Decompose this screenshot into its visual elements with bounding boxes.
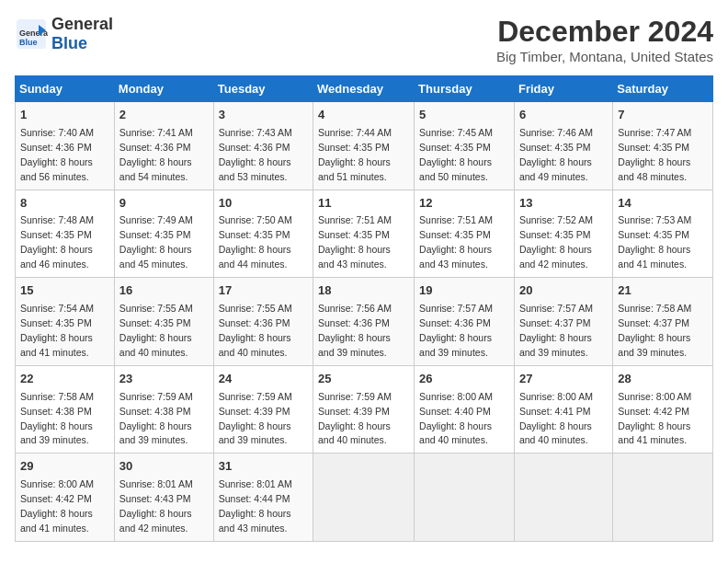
logo-text: General Blue bbox=[51, 15, 113, 53]
calendar-cell: 7Sunrise: 7:47 AMSunset: 4:35 PMDaylight… bbox=[613, 102, 713, 190]
day-detail: Sunrise: 7:58 AMSunset: 4:37 PMDaylight:… bbox=[618, 303, 691, 358]
calendar-body: 1Sunrise: 7:40 AMSunset: 4:36 PMDaylight… bbox=[16, 102, 713, 542]
calendar-week-3: 15Sunrise: 7:54 AMSunset: 4:35 PMDayligh… bbox=[16, 278, 713, 366]
calendar-cell: 12Sunrise: 7:51 AMSunset: 4:35 PMDayligh… bbox=[415, 190, 515, 278]
calendar-cell: 9Sunrise: 7:49 AMSunset: 4:35 PMDaylight… bbox=[114, 190, 213, 278]
day-number: 31 bbox=[219, 458, 308, 476]
calendar-header: SundayMondayTuesdayWednesdayThursdayFrid… bbox=[16, 76, 713, 102]
day-detail: Sunrise: 7:59 AMSunset: 4:39 PMDaylight:… bbox=[318, 391, 392, 446]
calendar-cell: 14Sunrise: 7:53 AMSunset: 4:35 PMDayligh… bbox=[613, 190, 713, 278]
calendar-cell: 27Sunrise: 8:00 AMSunset: 4:41 PMDayligh… bbox=[514, 365, 612, 454]
day-number: 10 bbox=[219, 195, 308, 213]
calendar-week-5: 29Sunrise: 8:00 AMSunset: 4:42 PMDayligh… bbox=[16, 454, 713, 542]
day-detail: Sunrise: 7:51 AMSunset: 4:35 PMDaylight:… bbox=[419, 214, 493, 270]
calendar-cell: 8Sunrise: 7:48 AMSunset: 4:35 PMDaylight… bbox=[16, 190, 115, 278]
day-detail: Sunrise: 8:00 AMSunset: 4:42 PMDaylight:… bbox=[618, 391, 691, 446]
day-number: 13 bbox=[519, 195, 608, 213]
day-detail: Sunrise: 7:57 AMSunset: 4:36 PMDaylight:… bbox=[419, 303, 493, 358]
day-number: 18 bbox=[318, 282, 409, 300]
day-detail: Sunrise: 7:45 AMSunset: 4:35 PMDaylight:… bbox=[419, 127, 493, 182]
day-detail: Sunrise: 8:00 AMSunset: 4:40 PMDaylight:… bbox=[419, 391, 493, 446]
day-number: 19 bbox=[419, 282, 509, 300]
calendar-cell: 1Sunrise: 7:40 AMSunset: 4:36 PMDaylight… bbox=[16, 102, 115, 190]
calendar-cell: 28Sunrise: 8:00 AMSunset: 4:42 PMDayligh… bbox=[613, 365, 713, 454]
day-detail: Sunrise: 7:41 AMSunset: 4:36 PMDaylight:… bbox=[119, 127, 193, 182]
calendar-cell: 16Sunrise: 7:55 AMSunset: 4:35 PMDayligh… bbox=[114, 278, 213, 366]
logo-blue: Blue bbox=[51, 34, 87, 52]
day-detail: Sunrise: 7:51 AMSunset: 4:35 PMDaylight:… bbox=[318, 214, 392, 270]
day-number: 11 bbox=[318, 195, 409, 213]
weekday-header-sunday: Sunday bbox=[16, 76, 115, 102]
calendar-cell: 6Sunrise: 7:46 AMSunset: 4:35 PMDaylight… bbox=[514, 102, 612, 190]
day-number: 27 bbox=[519, 371, 608, 388]
weekday-header-tuesday: Tuesday bbox=[213, 76, 313, 102]
calendar-week-4: 22Sunrise: 7:58 AMSunset: 4:38 PMDayligh… bbox=[16, 365, 713, 454]
weekday-header-saturday: Saturday bbox=[613, 76, 713, 102]
day-detail: Sunrise: 7:54 AMSunset: 4:35 PMDaylight:… bbox=[20, 303, 94, 358]
svg-text:Blue: Blue bbox=[19, 38, 38, 47]
calendar-cell: 26Sunrise: 8:00 AMSunset: 4:40 PMDayligh… bbox=[415, 365, 515, 454]
day-number: 26 bbox=[419, 371, 509, 388]
day-detail: Sunrise: 7:46 AMSunset: 4:35 PMDaylight:… bbox=[519, 127, 593, 182]
day-number: 17 bbox=[219, 282, 308, 300]
day-detail: Sunrise: 8:01 AMSunset: 4:44 PMDaylight:… bbox=[219, 478, 292, 534]
calendar-cell: 3Sunrise: 7:43 AMSunset: 4:36 PMDaylight… bbox=[213, 102, 313, 190]
weekday-row: SundayMondayTuesdayWednesdayThursdayFrid… bbox=[16, 76, 713, 102]
day-number: 14 bbox=[618, 195, 708, 213]
calendar-cell: 10Sunrise: 7:50 AMSunset: 4:35 PMDayligh… bbox=[213, 190, 313, 278]
day-detail: Sunrise: 7:53 AMSunset: 4:35 PMDaylight:… bbox=[618, 214, 691, 270]
weekday-header-thursday: Thursday bbox=[415, 76, 515, 102]
day-number: 2 bbox=[119, 107, 209, 124]
day-number: 20 bbox=[519, 282, 608, 300]
logo-general: General bbox=[51, 15, 113, 33]
day-number: 16 bbox=[119, 282, 209, 300]
calendar-cell: 17Sunrise: 7:55 AMSunset: 4:36 PMDayligh… bbox=[213, 278, 313, 366]
day-number: 7 bbox=[618, 107, 708, 124]
day-number: 6 bbox=[519, 107, 608, 124]
calendar-week-1: 1Sunrise: 7:40 AMSunset: 4:36 PMDaylight… bbox=[16, 102, 713, 190]
day-number: 28 bbox=[618, 371, 708, 388]
calendar-week-2: 8Sunrise: 7:48 AMSunset: 4:35 PMDaylight… bbox=[16, 190, 713, 278]
calendar-cell: 30Sunrise: 8:01 AMSunset: 4:43 PMDayligh… bbox=[114, 454, 213, 542]
calendar-cell bbox=[313, 454, 415, 542]
day-detail: Sunrise: 7:59 AMSunset: 4:38 PMDaylight:… bbox=[119, 391, 193, 446]
calendar-cell: 25Sunrise: 7:59 AMSunset: 4:39 PMDayligh… bbox=[313, 365, 415, 454]
calendar-table: SundayMondayTuesdayWednesdayThursdayFrid… bbox=[15, 75, 713, 542]
calendar-cell bbox=[613, 454, 713, 542]
calendar-cell: 4Sunrise: 7:44 AMSunset: 4:35 PMDaylight… bbox=[313, 102, 415, 190]
day-detail: Sunrise: 7:40 AMSunset: 4:36 PMDaylight:… bbox=[20, 127, 94, 182]
day-number: 24 bbox=[219, 371, 308, 388]
day-number: 1 bbox=[20, 107, 109, 124]
page-subtitle: Big Timber, Montana, United States bbox=[496, 49, 713, 64]
day-detail: Sunrise: 7:57 AMSunset: 4:37 PMDaylight:… bbox=[519, 303, 593, 358]
day-detail: Sunrise: 8:00 AMSunset: 4:41 PMDaylight:… bbox=[519, 391, 593, 446]
calendar-cell: 29Sunrise: 8:00 AMSunset: 4:42 PMDayligh… bbox=[16, 454, 115, 542]
day-detail: Sunrise: 7:55 AMSunset: 4:36 PMDaylight:… bbox=[219, 303, 292, 358]
logo: General Blue General Blue bbox=[15, 15, 113, 53]
calendar-cell: 20Sunrise: 7:57 AMSunset: 4:37 PMDayligh… bbox=[514, 278, 612, 366]
calendar-cell: 21Sunrise: 7:58 AMSunset: 4:37 PMDayligh… bbox=[613, 278, 713, 366]
calendar-cell: 23Sunrise: 7:59 AMSunset: 4:38 PMDayligh… bbox=[114, 365, 213, 454]
day-number: 23 bbox=[119, 371, 209, 388]
calendar-cell: 19Sunrise: 7:57 AMSunset: 4:36 PMDayligh… bbox=[415, 278, 515, 366]
day-number: 3 bbox=[219, 107, 308, 124]
day-detail: Sunrise: 7:56 AMSunset: 4:36 PMDaylight:… bbox=[318, 303, 392, 358]
day-detail: Sunrise: 7:59 AMSunset: 4:39 PMDaylight:… bbox=[219, 391, 292, 446]
calendar-cell bbox=[415, 454, 515, 542]
calendar-cell: 2Sunrise: 7:41 AMSunset: 4:36 PMDaylight… bbox=[114, 102, 213, 190]
weekday-header-wednesday: Wednesday bbox=[313, 76, 415, 102]
day-detail: Sunrise: 8:01 AMSunset: 4:43 PMDaylight:… bbox=[119, 478, 193, 534]
day-detail: Sunrise: 7:50 AMSunset: 4:35 PMDaylight:… bbox=[219, 214, 292, 270]
weekday-header-friday: Friday bbox=[514, 76, 612, 102]
day-number: 29 bbox=[20, 458, 109, 476]
day-detail: Sunrise: 7:48 AMSunset: 4:35 PMDaylight:… bbox=[20, 214, 94, 270]
day-number: 21 bbox=[618, 282, 708, 300]
calendar-cell: 31Sunrise: 8:01 AMSunset: 4:44 PMDayligh… bbox=[213, 454, 313, 542]
day-detail: Sunrise: 7:44 AMSunset: 4:35 PMDaylight:… bbox=[318, 127, 392, 182]
calendar-cell: 5Sunrise: 7:45 AMSunset: 4:35 PMDaylight… bbox=[415, 102, 515, 190]
header: General Blue General Blue December 2024 … bbox=[15, 15, 713, 64]
title-block: December 2024 Big Timber, Montana, Unite… bbox=[496, 15, 713, 64]
day-detail: Sunrise: 7:55 AMSunset: 4:35 PMDaylight:… bbox=[119, 303, 193, 358]
calendar-cell: 13Sunrise: 7:52 AMSunset: 4:35 PMDayligh… bbox=[514, 190, 612, 278]
day-number: 8 bbox=[20, 195, 109, 213]
